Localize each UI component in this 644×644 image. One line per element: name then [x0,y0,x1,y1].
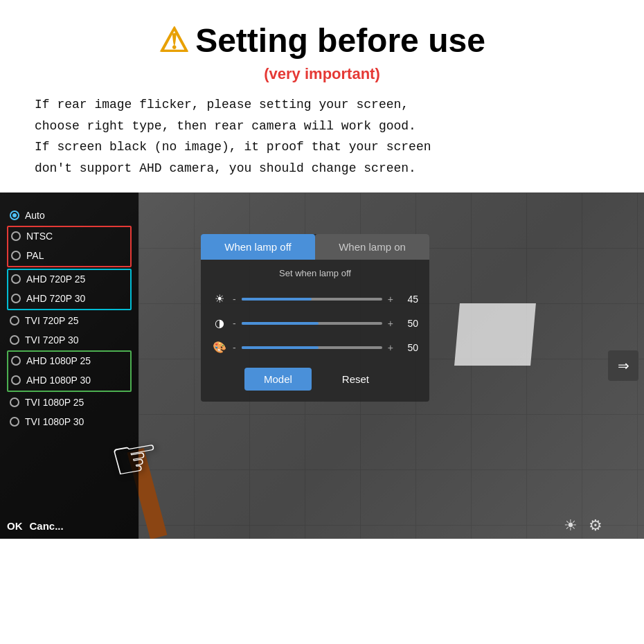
ntsc-pal-group: NTSC PAL [7,226,132,267]
reset-button[interactable]: Reset [325,368,386,391]
warning-icon: ⚠ [159,21,188,60]
brightness-track[interactable] [242,298,382,301]
contrast-slider-row: ◑ - + 50 [201,312,429,334]
option-ahd-720-30[interactable]: AHD 720P 30 [8,289,130,307]
option-tvi-1080-30-label: TVI 1080P 30 [25,416,84,427]
left-panel-bottom-buttons: OK Canc... [0,520,138,532]
brightness-plus[interactable]: + [388,294,393,305]
option-auto[interactable]: Auto [7,206,132,224]
tab-lamp-on[interactable]: When lamp on [315,234,429,260]
contrast-track[interactable] [242,322,382,325]
camera-section: Auto NTSC PAL AHD 720P 25 AHD 720P 30 [0,193,644,539]
brightness-slider-row: ☀ - + 45 [201,288,429,310]
panel-subtitle: Set when lamp off [201,268,429,278]
brightness-icon: ☀ [212,292,227,305]
radio-ntsc [11,231,21,241]
option-ahd-1080-30[interactable]: AHD 1080P 30 [8,371,130,389]
radio-auto [10,211,19,220]
panel-buttons: Model Reset [201,368,429,391]
desc-line3: If screen black (no image), it proof tha… [35,140,431,154]
ahd-720-group: AHD 720P 25 AHD 720P 30 [7,269,132,310]
color-fill [242,346,319,349]
light-reflection [454,303,536,366]
tab-lamp-off[interactable]: When lamp off [201,234,315,260]
model-button[interactable]: Model [244,368,312,391]
radio-ahd-1080-30 [11,375,21,385]
option-tvi-720-25-label: TVI 720P 25 [25,315,79,326]
option-ahd-720-25[interactable]: AHD 720P 25 [8,270,130,288]
description: If rear image flicker, please setting yo… [28,94,616,179]
desc-line1: If rear image flicker, please setting yo… [35,98,409,111]
radio-tvi-1080-30 [10,417,19,427]
main-title: ⚠ Setting before use [28,21,616,60]
radio-ahd-1080-25 [11,356,21,366]
option-ahd-1080-30-label: AHD 1080P 30 [26,375,91,386]
option-tvi-720-30-label: TVI 720P 30 [25,334,79,346]
contrast-value: 50 [399,318,418,329]
option-tvi-1080-30[interactable]: TVI 1080P 30 [7,413,132,431]
lamp-tabs: When lamp off When lamp on [201,234,429,260]
arrow-button[interactable]: ⇒ [608,350,638,381]
option-pal[interactable]: PAL [8,247,130,265]
contrast-minus[interactable]: - [233,318,236,329]
contrast-fill [242,322,319,325]
option-tvi-1080-25[interactable]: TVI 1080P 25 [7,393,132,411]
cancel-button[interactable]: Canc... [30,520,64,532]
right-panel: When lamp off When lamp on Set when lamp… [201,234,429,402]
desc-line4: don't support AHD camera, you should cha… [35,161,416,175]
option-auto-label: Auto [25,210,45,221]
option-ntsc-label: NTSC [26,231,53,242]
option-ntsc[interactable]: NTSC [8,227,130,245]
color-minus[interactable]: - [233,342,236,353]
ok-button[interactable]: OK [7,520,23,532]
radio-tvi-720-25 [10,316,19,325]
option-ahd-1080-25[interactable]: AHD 1080P 25 [8,352,130,370]
option-ahd-720-30-label: AHD 720P 30 [26,293,85,304]
contrast-plus[interactable]: + [388,318,393,329]
color-track[interactable] [242,346,382,349]
settings-icon[interactable]: ⚙ [589,517,602,535]
brightness-minus[interactable]: - [233,294,236,305]
color-value: 50 [399,342,418,353]
header-section: ⚠ Setting before use (very important) If… [0,0,644,193]
radio-ahd-720-30 [11,294,21,303]
color-plus[interactable]: + [388,342,393,353]
option-tvi-720-25[interactable]: TVI 720P 25 [7,312,132,330]
color-slider-row: 🎨 - + 50 [201,337,429,358]
option-tvi-720-30[interactable]: TVI 720P 30 [7,331,132,349]
ahd-1080-group: AHD 1080P 25 AHD 1080P 30 [7,350,132,392]
brightness-value: 45 [399,294,418,305]
color-icon: 🎨 [212,341,227,354]
option-pal-label: PAL [26,250,44,261]
bottom-bar: ☀ ⚙ [564,517,602,535]
title-text: Setting before use [195,21,485,60]
sun-icon[interactable]: ☀ [564,517,578,535]
radio-tvi-1080-25 [10,397,19,407]
option-ahd-1080-25-label: AHD 1080P 25 [26,355,91,366]
option-ahd-720-25-label: AHD 720P 25 [26,274,85,285]
radio-tvi-720-30 [10,335,19,345]
radio-ahd-720-25 [11,274,21,284]
subtitle: (very important) [28,65,616,83]
contrast-icon: ◑ [212,316,227,330]
brightness-fill [242,298,312,301]
radio-pal [11,251,21,260]
option-tvi-1080-25-label: TVI 1080P 25 [25,397,84,408]
desc-line2: choose right type, then rear camera will… [35,119,416,133]
